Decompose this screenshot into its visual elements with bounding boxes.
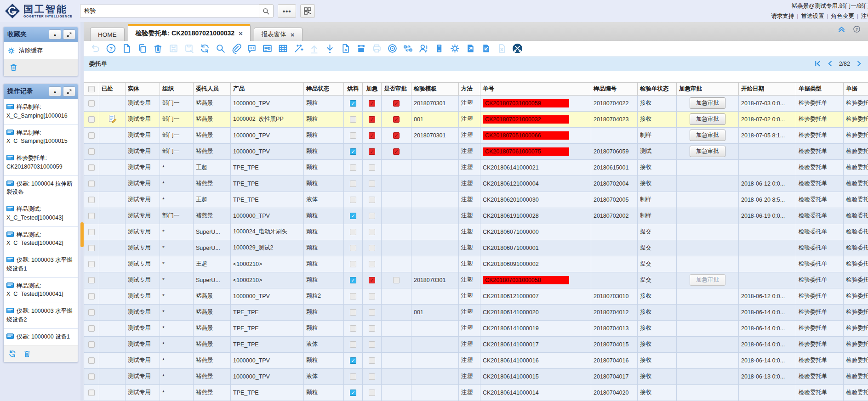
help-icon[interactable]: ? [106, 43, 116, 54]
table-row[interactable]: 测试专用*褚燕景1000000_TPV液体注塑CK201806141000015… [84, 368, 868, 384]
history-item[interactable]: 仪器: 1000003 水平燃烧设备2 [4, 303, 78, 329]
row-checkbox[interactable] [88, 164, 95, 171]
first-page-icon[interactable] [814, 60, 821, 67]
col-sample_state[interactable]: 样品状态 [304, 82, 344, 95]
attachment-icon[interactable] [231, 43, 241, 54]
maximize-button[interactable] [63, 86, 75, 96]
trash-icon[interactable] [23, 350, 31, 358]
close-icon[interactable]: × [239, 30, 243, 37]
search-button[interactable] [259, 4, 274, 18]
table-row[interactable]: 测试专用*褚燕景TPE_TPE液体注塑CK2018061410000172018… [84, 336, 868, 352]
history-item[interactable]: 样品制样: X_C_Samping[1000015 [4, 125, 78, 151]
col-entity[interactable]: 实体 [126, 82, 160, 95]
table-row[interactable]: 测试专用部门一褚燕景1000000_TPV颗粒✓✓✓2018070301注塑CK… [84, 95, 868, 111]
col-doc_type[interactable]: 单据类型 [796, 82, 844, 95]
row-checkbox[interactable] [88, 293, 95, 299]
urgent-approve-button[interactable]: 加急审批 [690, 146, 725, 157]
user-link[interactable]: 请求支持 [771, 13, 794, 19]
more-options-button[interactable]: ••• [278, 4, 297, 18]
select-all-checkbox[interactable] [88, 86, 95, 92]
row-checkbox[interactable] [88, 197, 95, 203]
download-icon[interactable] [325, 43, 335, 54]
col-approved[interactable]: 是否审批 [382, 82, 411, 95]
splitter-grip[interactable] [80, 222, 84, 247]
user-link[interactable]: 注销 [861, 13, 868, 19]
row-checkbox[interactable] [88, 116, 95, 123]
table-row[interactable]: 测试专用*王超TPE_TPE颗粒注塑CK20180614100002120180… [84, 159, 868, 175]
table-row[interactable]: 测试专用*褚燕景TPE_TPE颗粒✓注塑CK201806141000014201… [84, 384, 868, 401]
table-row[interactable]: 测试专用*SuperU...<1000210>颗粒✓✓2018070301注塑C… [84, 272, 868, 288]
col-sample[interactable]: 样品编号 [591, 82, 638, 95]
delete-icon[interactable] [153, 43, 163, 54]
sidebar-splitter[interactable] [80, 22, 84, 401]
history-item[interactable]: 检验委托单: CK201807031000059 [4, 150, 78, 176]
col-template[interactable]: 检验模板 [411, 82, 459, 95]
history-item[interactable]: 仪器: 1000000 设备1 [4, 329, 78, 345]
history-item[interactable]: 样品测试: X_C_Tested[1000042] [4, 227, 78, 253]
col-product[interactable]: 产品 [231, 82, 304, 95]
col-order[interactable]: 单号 [480, 82, 591, 95]
row-checkbox[interactable] [88, 390, 95, 396]
transfer-icon[interactable] [403, 43, 413, 54]
user-alert-icon[interactable] [418, 43, 429, 54]
user-link[interactable]: 首选设置 [801, 13, 824, 19]
settings-icon[interactable] [450, 43, 460, 54]
urgent-approve-button[interactable]: 加急审批 [690, 113, 725, 125]
row-checkbox[interactable] [88, 357, 95, 364]
server-icon[interactable] [434, 43, 445, 54]
file-import-icon[interactable] [481, 43, 491, 54]
new-document-icon[interactable] [121, 43, 132, 54]
col-urgent[interactable]: 加急 [363, 82, 382, 95]
help-circle-icon[interactable]: ? [853, 25, 861, 33]
collapse-button[interactable]: ▲ [49, 86, 61, 96]
table-row[interactable]: 测试专用*王超<1000210>颗粒注塑CK201806091000002提交检… [84, 256, 868, 272]
table-row[interactable]: 测试专用部门一褚燕景1000002_改性黑PP颗粒✓✓001注塑CK201807… [84, 111, 868, 127]
row-checkbox[interactable] [88, 341, 95, 348]
copy-icon[interactable] [137, 43, 148, 54]
table-row[interactable]: 测试专用*褚燕景TPE_TPE颗粒001注塑CK2018061410000202… [84, 304, 868, 320]
table-row[interactable]: 测试专用*褚燕景TPE_TPE颗粒注塑CK2018061410000192018… [84, 320, 868, 336]
history-item[interactable]: 仪器: 1000004 拉伸断裂设备 [4, 176, 78, 202]
tab-item[interactable]: 报表窗体× [254, 28, 303, 41]
table-row[interactable]: 测试专用*褚燕景1000000_TPV颗粒✓注塑CK20180614100001… [84, 352, 868, 368]
tab-active[interactable]: 检验委托单: CK201807021000032× [128, 24, 251, 41]
cut-icon[interactable] [512, 43, 523, 54]
row-checkbox[interactable] [88, 373, 95, 380]
row-checkbox[interactable] [88, 100, 95, 107]
magic-wand-icon[interactable] [293, 43, 304, 54]
table-row[interactable]: 测试专用*SuperU...1000024_电动牙刷头颗粒注塑CK2018060… [84, 224, 868, 240]
row-checkbox[interactable] [88, 309, 95, 316]
search-icon[interactable] [215, 43, 226, 54]
next-page-icon[interactable] [856, 60, 862, 67]
table-row[interactable]: 测试专用部门一褚燕景1000000_TPV颗粒✓✓2018070301注塑CK2… [84, 127, 868, 143]
prev-page-icon[interactable] [827, 60, 834, 67]
pdf-export-icon[interactable]: A [340, 43, 351, 54]
row-checkbox[interactable] [88, 325, 95, 332]
tab-item[interactable]: HOME [90, 28, 125, 41]
collapse-up-icon[interactable] [838, 25, 845, 33]
row-checkbox[interactable] [88, 132, 95, 139]
user-link[interactable]: 角色变更 [831, 13, 854, 19]
col-person[interactable]: 委托人员 [194, 82, 231, 95]
col-org[interactable]: 组织 [160, 82, 194, 95]
history-item[interactable]: 样品测试: X_C_Tested[1000043] [4, 201, 78, 227]
history-item[interactable]: 仪器: 1000003 水平燃烧设备1 [4, 252, 78, 278]
qr-menu-button[interactable] [300, 4, 315, 18]
table-row[interactable]: 测试专用*褚燕景1000000_TPV颗粒2注塑CK20180612100000… [84, 288, 868, 304]
table-row[interactable]: 测试专用*SuperU...1000029_测试2颗粒注塑CK201806071… [84, 240, 868, 256]
trash-icon[interactable] [9, 63, 72, 72]
row-checkbox[interactable] [88, 277, 95, 283]
urgent-approve-button[interactable]: 加急审批 [690, 274, 725, 286]
row-checkbox[interactable] [88, 213, 95, 219]
col-doc[interactable]: 单据 [844, 82, 868, 95]
row-checkbox[interactable] [88, 229, 95, 235]
archive-icon[interactable] [356, 43, 366, 54]
col-status[interactable]: 检验单状态 [638, 82, 677, 95]
row-checkbox[interactable] [88, 261, 95, 267]
history-item[interactable]: 样品制样: X_C_Samping[1000016 [4, 99, 78, 125]
history-item[interactable]: 样品测试: X_C_Tested[1000041] [4, 278, 78, 304]
col-bake[interactable]: 烘料 [344, 82, 363, 95]
row-checkbox[interactable] [88, 181, 95, 187]
table-row[interactable]: 测试专用部门一褚燕景1000000_TPV颗粒✓注塑CK201806191000… [84, 208, 868, 224]
row-checkbox[interactable] [88, 245, 95, 251]
